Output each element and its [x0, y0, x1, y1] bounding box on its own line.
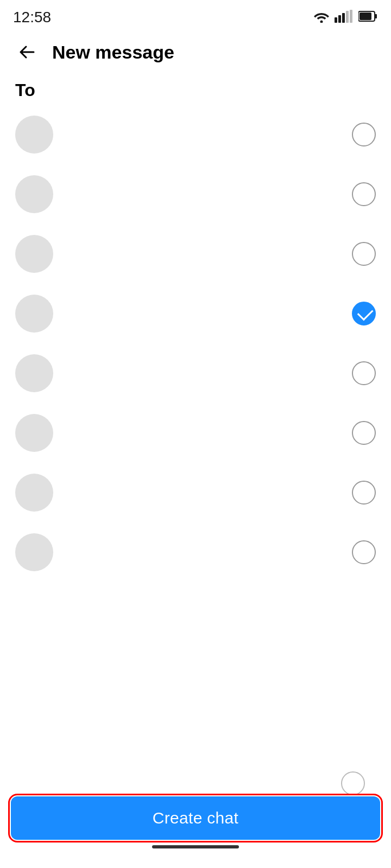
contact-info [15, 295, 352, 333]
list-item[interactable] [0, 463, 391, 522]
partial-row [11, 773, 380, 794]
list-item[interactable] [0, 164, 391, 224]
bottom-bar: Create chat [0, 766, 391, 868]
radio-button-selected[interactable] [352, 302, 376, 326]
list-item[interactable] [0, 522, 391, 582]
avatar [15, 474, 53, 512]
wifi-icon [313, 10, 330, 25]
signal-icon [335, 10, 354, 25]
status-icons [313, 10, 378, 25]
avatar [15, 175, 53, 213]
avatar [15, 533, 53, 571]
status-time: 12:58 [13, 9, 51, 26]
status-bar: 12:58 [0, 0, 391, 33]
radio-button[interactable] [352, 242, 376, 266]
contact-info [15, 175, 352, 213]
list-item[interactable] [0, 105, 391, 164]
avatar [15, 235, 53, 273]
list-item[interactable] [0, 284, 391, 343]
home-indicator [152, 845, 239, 848]
contact-info [15, 474, 352, 512]
to-label: To [0, 72, 391, 105]
svg-point-0 [320, 21, 323, 23]
avatar [15, 354, 53, 392]
header: New message [0, 33, 391, 72]
svg-rect-3 [342, 13, 345, 23]
svg-rect-7 [375, 14, 377, 18]
list-item[interactable] [0, 343, 391, 403]
contact-info [15, 414, 352, 452]
radio-button[interactable] [352, 540, 376, 564]
contact-info [15, 235, 352, 273]
contact-list [0, 105, 391, 647]
svg-rect-2 [338, 15, 341, 23]
avatar [15, 116, 53, 154]
list-item[interactable] [0, 224, 391, 284]
battery-icon [358, 10, 378, 24]
radio-button-partial[interactable] [341, 771, 365, 795]
radio-button[interactable] [352, 481, 376, 505]
list-item[interactable] [0, 403, 391, 463]
svg-rect-4 [346, 11, 349, 23]
radio-button[interactable] [352, 421, 376, 445]
avatar [15, 295, 53, 333]
radio-button[interactable] [352, 361, 376, 385]
svg-rect-8 [360, 12, 371, 20]
page-title: New message [52, 42, 174, 63]
svg-rect-1 [335, 17, 337, 23]
back-button[interactable] [13, 40, 41, 65]
contact-info [15, 116, 352, 154]
radio-button[interactable] [352, 123, 376, 146]
create-chat-button[interactable]: Create chat [11, 796, 380, 840]
contact-info [15, 354, 352, 392]
svg-rect-5 [350, 10, 352, 23]
contact-info [15, 533, 352, 571]
avatar [15, 414, 53, 452]
radio-button[interactable] [352, 182, 376, 206]
